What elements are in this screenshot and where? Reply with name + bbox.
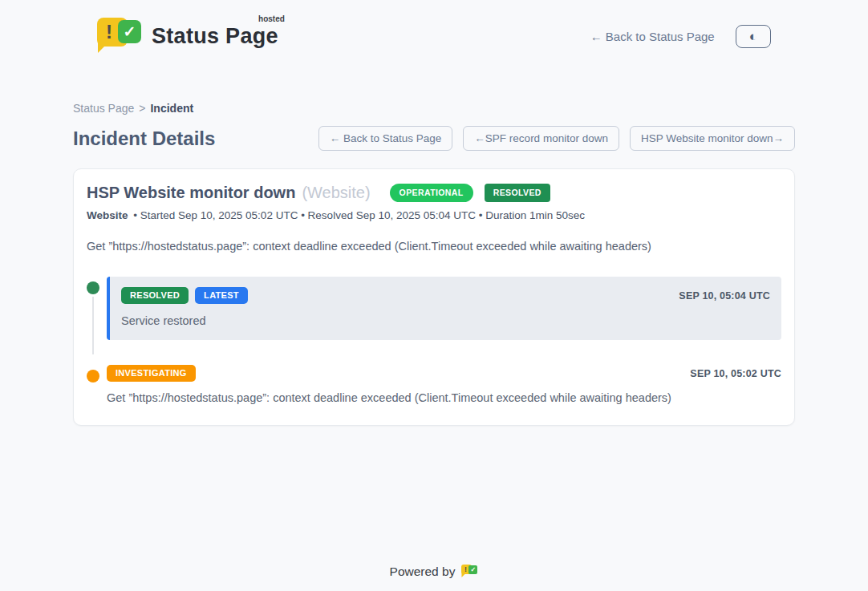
brand-title: Status Page bbox=[152, 24, 278, 48]
powered-by: Powered by ! ✓ bbox=[390, 564, 479, 579]
header-back-to-status-page-link[interactable]: ← Back to Status Page bbox=[590, 30, 715, 43]
breadcrumb-status-page-link[interactable]: Status Page bbox=[73, 102, 134, 115]
timeline-message: Get ”https://hostedstatus.page”: context… bbox=[107, 391, 781, 404]
timeline-message: Service restored bbox=[121, 314, 770, 327]
half-circle-theme-icon: ◐ bbox=[749, 29, 757, 44]
incident-meta-component: Website bbox=[87, 209, 128, 221]
page-footer: Powered by ! ✓ © 2025-10-08 14:10:34.772… bbox=[73, 564, 795, 591]
operational-status-badge: OPERATIONAL bbox=[390, 184, 473, 202]
breadcrumb: Status Page>Incident bbox=[73, 102, 795, 115]
timeline-entry-content-highlighted: RESOLVED LATEST SEP 10, 05:04 UTC Servic… bbox=[107, 277, 781, 340]
timeline-entry-resolved: RESOLVED LATEST SEP 10, 05:04 UTC Servic… bbox=[87, 277, 781, 340]
status-page-logo-icon: ! ✓ bbox=[97, 18, 144, 55]
logo-exclamation: ! bbox=[106, 21, 112, 43]
page-title: Incident Details bbox=[73, 128, 215, 150]
brand-hosted-superscript: hosted bbox=[258, 14, 285, 23]
latest-badge: LATEST bbox=[195, 287, 248, 304]
prev-incident-button[interactable]: ←SPF record monitor down bbox=[463, 126, 619, 151]
next-incident-button[interactable]: HSP Website monitor down→ bbox=[630, 126, 795, 151]
timeline-entry-investigating: INVESTIGATING SEP 10, 05:02 UTC Get ”htt… bbox=[87, 365, 781, 404]
breadcrumb-separator: > bbox=[139, 102, 145, 115]
powered-by-label: Powered by bbox=[390, 565, 456, 579]
timeline-timestamp: SEP 10, 05:04 UTC bbox=[679, 290, 770, 302]
resolved-state-badge: RESOLVED bbox=[485, 184, 550, 202]
incident-description: Get ”https://hostedstatus.page”: context… bbox=[87, 240, 781, 253]
investigating-badge: INVESTIGATING bbox=[107, 365, 196, 382]
back-to-status-page-button[interactable]: ← Back to Status Page bbox=[318, 126, 453, 151]
site-header: ! ✓ Status Page hosted ← Back to Status … bbox=[0, 0, 868, 61]
timeline-dot-green bbox=[87, 281, 99, 294]
incident-component-label: (Website) bbox=[302, 184, 370, 202]
incident-nav-buttons: ← Back to Status Page ←SPF record monito… bbox=[318, 126, 795, 151]
footer-logo-check-icon: ✓ bbox=[468, 565, 477, 574]
logo-check-icon: ✓ bbox=[118, 20, 141, 43]
timeline-entry-content: INVESTIGATING SEP 10, 05:02 UTC Get ”htt… bbox=[107, 365, 781, 404]
footer-logo-icon[interactable]: ! ✓ bbox=[461, 564, 478, 579]
status-page-logo[interactable]: ! ✓ Status Page hosted bbox=[97, 18, 278, 55]
timeline-timestamp: SEP 10, 05:02 UTC bbox=[690, 368, 781, 379]
incident-meta: Website • Started Sep 10, 2025 05:02 UTC… bbox=[87, 209, 781, 221]
resolved-badge: RESOLVED bbox=[121, 287, 189, 304]
breadcrumb-current-incident: Incident bbox=[150, 102, 193, 115]
incident-timeline: RESOLVED LATEST SEP 10, 05:04 UTC Servic… bbox=[87, 277, 781, 404]
incident-title: HSP Website monitor down bbox=[87, 184, 295, 202]
incident-meta-dates: • Started Sep 10, 2025 05:02 UTC • Resol… bbox=[133, 209, 585, 221]
incident-details-card: HSP Website monitor down (Website) OPERA… bbox=[73, 168, 795, 426]
timeline-dot-orange bbox=[87, 370, 99, 383]
main-content: Status Page>Incident Incident Details ← … bbox=[73, 102, 795, 591]
brand-wrap: Status Page hosted bbox=[152, 18, 278, 49]
theme-toggle-button[interactable]: ◐ bbox=[736, 25, 771, 48]
